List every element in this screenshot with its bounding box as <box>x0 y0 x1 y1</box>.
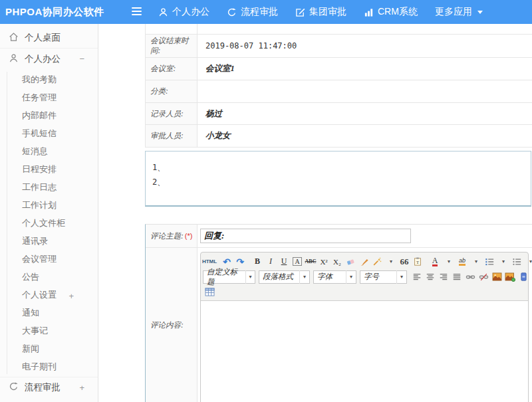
sidebar-item-meeting-management[interactable]: 会议管理 <box>0 250 98 268</box>
ordered-list-caret-icon[interactable]: ▾ <box>497 255 510 268</box>
strikethrough-icon[interactable]: ABC <box>304 255 317 268</box>
magic-wand-icon[interactable] <box>370 255 384 268</box>
blockquote-icon[interactable]: 66 <box>398 255 411 268</box>
row-label: 审批人员: <box>146 125 198 147</box>
personal-office-submenu: 我的考勤 任务管理 内部邮件 手机短信 短消息 日程安排 工作日志 工作计划 个… <box>0 69 98 377</box>
app-brand: PHPOA协同办公软件 <box>5 0 104 24</box>
align-right-icon[interactable] <box>437 270 450 283</box>
caret-down-icon <box>477 11 483 14</box>
dropdown-caret-icon: ▾ <box>299 270 309 284</box>
nav-group-approval[interactable]: 集团审批 <box>295 6 346 18</box>
insert-table-icon[interactable] <box>203 286 216 298</box>
sidebar-item-contacts[interactable]: 通讯录 <box>0 232 98 250</box>
nav-more-apps[interactable]: 更多应用 <box>435 6 483 18</box>
editor-content-area[interactable] <box>201 300 528 402</box>
highlight-color-icon[interactable]: ab <box>456 255 469 268</box>
meeting-end-time-value: 2019-08-07 11:47:00 <box>198 35 532 57</box>
nav-label: 集团审批 <box>309 6 346 18</box>
nav-crm-system[interactable]: CRM系统 <box>364 6 418 18</box>
dropdown-caret-icon: ▾ <box>245 270 255 284</box>
sidebar-item-personal-desktop[interactable]: 个人桌面 <box>0 28 98 49</box>
sidebar-item-mobile-sms[interactable]: 手机短信 <box>0 124 98 142</box>
align-justify-icon[interactable] <box>450 270 464 283</box>
align-center-icon[interactable] <box>424 270 437 283</box>
dropdown-caret-icon: ▾ <box>346 270 356 284</box>
font-color-icon[interactable]: A <box>428 255 442 268</box>
user-icon <box>158 7 168 17</box>
sidebar-item-work-plan[interactable]: 工作计划 <box>0 196 98 214</box>
insert-image-icon[interactable] <box>490 270 503 283</box>
meeting-detail-table: 会议结束时间: 2019-08-07 11:47:00 会议室: 会议室1 分类… <box>145 24 532 148</box>
sidebar-item-personal-files[interactable]: 个人文件柜 <box>0 214 98 232</box>
superscript-icon[interactable]: X² <box>317 255 331 268</box>
nav-label: 流程审批 <box>241 6 278 18</box>
row-label: 分类: <box>146 80 198 102</box>
font-color-caret-icon[interactable]: ▾ <box>442 255 456 268</box>
underline-icon[interactable]: U <box>277 255 291 268</box>
wand-dropdown-caret-icon[interactable]: ▾ <box>384 255 398 268</box>
border-text-icon[interactable]: A <box>291 255 304 268</box>
sidebar-item-label: 个人桌面 <box>25 32 61 44</box>
minutes-line: 2、 <box>152 175 531 189</box>
workflow-history-icon <box>227 7 237 17</box>
ordered-list-icon[interactable] <box>483 255 496 268</box>
sidebar-item-personal-settings[interactable]: 个人设置 + <box>0 286 98 304</box>
sidebar-item-work-log[interactable]: 工作日志 <box>0 178 98 196</box>
sidebar: 个人桌面 个人办公 − 我的考勤 任务管理 内部邮件 手机短信 短消息 日程安排… <box>0 24 98 402</box>
nav-personal-office[interactable]: 个人办公 <box>158 6 209 18</box>
italic-icon[interactable]: I <box>264 255 277 268</box>
toolbar-row-3 <box>203 284 526 300</box>
format-brush-icon[interactable] <box>357 255 370 268</box>
nav-workflow-approval[interactable]: 流程审批 <box>227 6 278 18</box>
sidebar-item-task-management[interactable]: 任务管理 <box>0 88 98 106</box>
sidebar-item-announcement[interactable]: 公告 <box>0 268 98 286</box>
meeting-minutes-box[interactable]: 1、 2、 <box>145 151 531 207</box>
sidebar-item-my-attendance[interactable]: 我的考勤 <box>0 70 98 88</box>
bold-icon[interactable]: B <box>251 255 264 268</box>
table-row-comment-content: 评论内容: HTML ↶ ↷ B I <box>146 248 532 402</box>
approver-value: 小龙女 <box>198 125 532 147</box>
paste-as-text-icon[interactable]: T <box>411 255 424 268</box>
minutes-line: 1、 <box>152 160 531 175</box>
undo-icon[interactable]: ↶ <box>220 255 233 268</box>
sidebar-item-notice[interactable]: 通知 <box>0 304 98 322</box>
align-left-icon[interactable] <box>410 270 424 283</box>
insert-media-icon[interactable] <box>517 270 530 283</box>
recorder-value: 杨过 <box>198 103 532 124</box>
sidebar-item-schedule[interactable]: 日程安排 <box>0 160 98 178</box>
sidebar-item-personal-office[interactable]: 个人办公 − <box>0 49 98 69</box>
row-label: 会议室: <box>146 58 198 80</box>
toolbar-row-1: HTML ↶ ↷ B I U A ABC X² X₂ <box>203 254 526 269</box>
redo-icon[interactable]: ↷ <box>233 255 247 268</box>
sidebar-item-news[interactable]: 新闻 <box>0 340 98 357</box>
remove-link-icon[interactable] <box>477 270 490 283</box>
font-family-dropdown[interactable]: 字体 ▾ <box>313 270 356 284</box>
html-source-button[interactable]: HTML <box>203 255 216 268</box>
subscript-icon[interactable]: X₂ <box>331 255 344 268</box>
sidebar-item-label: 个人办公 <box>25 53 61 65</box>
rich-text-editor: HTML ↶ ↷ B I U A ABC X² X₂ <box>200 252 529 402</box>
sidebar-item-major-events[interactable]: 大事记 <box>0 322 98 340</box>
network-image-icon[interactable] <box>503 270 517 283</box>
font-size-dropdown[interactable]: 字号 ▾ <box>360 270 407 284</box>
unordered-list-caret-icon[interactable]: ▾ <box>524 255 532 268</box>
eraser-icon[interactable] <box>344 255 357 268</box>
insert-link-icon[interactable] <box>464 270 477 283</box>
sidebar-item-workflow-approval[interactable]: 流程审批 + <box>0 377 98 397</box>
category-value <box>198 80 532 102</box>
comment-subject-input[interactable] <box>200 229 411 243</box>
heading-style-dropdown[interactable]: 自定义标题 ▾ <box>203 270 255 284</box>
unordered-list-icon[interactable] <box>510 255 523 268</box>
hamburger-menu-icon[interactable] <box>132 7 142 16</box>
sidebar-item-short-message[interactable]: 短消息 <box>0 142 98 160</box>
row-label: 会议结束时间: <box>146 35 198 57</box>
toolbar-row-2: 自定义标题 ▾ 段落格式 ▾ 字体 ▾ <box>203 269 526 284</box>
expand-plus-icon[interactable]: + <box>79 377 84 398</box>
svg-text:T: T <box>416 260 419 264</box>
highlight-caret-icon[interactable]: ▾ <box>469 255 483 268</box>
comment-subject-label: 评论主题: <box>150 231 184 241</box>
sidebar-item-e-journal[interactable]: 电子期刊 <box>0 357 98 375</box>
collapse-minus-icon[interactable]: − <box>79 49 84 69</box>
sidebar-item-internal-mail[interactable]: 内部邮件 <box>0 106 98 124</box>
paragraph-format-dropdown[interactable]: 段落格式 ▾ <box>259 270 310 284</box>
